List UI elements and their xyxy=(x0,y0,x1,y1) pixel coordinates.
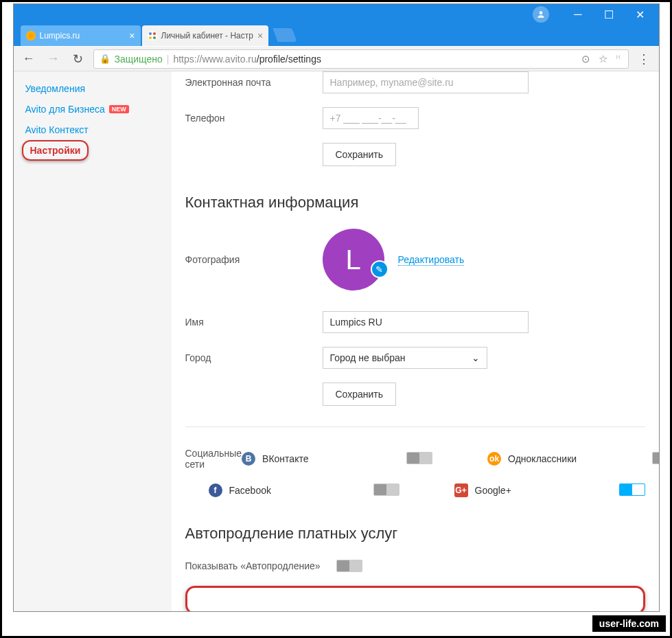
city-select[interactable]: Город не выбран ⌄ xyxy=(323,347,487,369)
reload-button[interactable]: ↻ xyxy=(69,49,88,69)
fb-toggle[interactable] xyxy=(373,483,399,496)
window-title-bar: ─ ☐ ✕ xyxy=(14,4,659,25)
highlighted-area xyxy=(185,586,645,611)
edit-avatar-link[interactable]: Редактировать xyxy=(398,254,465,266)
bookmark-icon[interactable]: ☆ xyxy=(596,53,610,65)
main-content: Электронная почта Телефон +7 ___ ___-__-… xyxy=(172,71,659,611)
watermark: user-life.com xyxy=(591,614,667,633)
svg-point-3 xyxy=(149,36,152,39)
email-input[interactable] xyxy=(323,71,529,93)
tab-title: Личный кабинет - Настр xyxy=(161,31,253,41)
avatar: L ✎ xyxy=(323,229,384,290)
name-input[interactable] xyxy=(323,311,529,333)
gp-toggle[interactable] xyxy=(619,483,645,496)
auto-section-title: Автопродление платных услуг xyxy=(185,525,645,543)
save-button-2[interactable]: Сохранить xyxy=(323,383,397,406)
tab-title: Lumpics.ru xyxy=(40,31,80,41)
browser-menu-icon[interactable]: ⋮ xyxy=(634,52,653,67)
close-button[interactable]: ✕ xyxy=(625,4,656,25)
maximize-button[interactable]: ☐ xyxy=(594,4,625,25)
browser-tab-2[interactable]: Личный кабинет - Настр × xyxy=(142,25,269,46)
ok-icon: ok xyxy=(487,452,501,466)
sidebar-item-business[interactable]: Avito для Бизнеса NEW xyxy=(22,99,163,119)
user-account-icon[interactable] xyxy=(533,6,549,23)
avatar-edit-icon[interactable]: ✎ xyxy=(371,260,389,278)
sidebar-item-context[interactable]: Avito Контекст xyxy=(22,119,163,140)
url-text: https://www.avito.ru/profile/settings xyxy=(173,54,321,65)
auto-toggle[interactable] xyxy=(336,560,362,572)
social-fb-label: Facebook xyxy=(229,485,271,496)
new-tab-button[interactable] xyxy=(273,28,297,42)
divider xyxy=(185,426,645,427)
social-ok-label: Одноклассники xyxy=(508,453,577,464)
vk-icon: B xyxy=(242,452,255,466)
sidebar-item-settings[interactable]: Настройки xyxy=(22,140,89,161)
address-bar: ← → ↻ 🔒 Защищено | https://www.avito.ru/… xyxy=(14,47,659,71)
sidebar: Уведомления Avito для Бизнеса NEW Avito … xyxy=(14,71,172,611)
tab-favicon xyxy=(26,31,36,41)
secure-label: Защищено xyxy=(115,54,163,65)
new-badge: NEW xyxy=(109,105,129,113)
photo-label: Фотография xyxy=(185,254,323,265)
tab-close-icon[interactable]: × xyxy=(129,30,135,41)
translate-icon: ᴴ xyxy=(614,53,623,65)
phone-input[interactable]: +7 ___ ___-__-__ xyxy=(323,107,419,129)
googleplus-icon: G+ xyxy=(454,483,468,497)
sidebar-item-notifications[interactable]: Уведомления xyxy=(22,78,163,99)
tab-favicon xyxy=(148,31,157,41)
svg-point-4 xyxy=(153,36,156,39)
minimize-button[interactable]: ─ xyxy=(563,4,594,25)
social-label: Социальные сети xyxy=(185,448,242,470)
social-gp-label: Google+ xyxy=(475,485,511,496)
svg-point-1 xyxy=(149,32,152,35)
vk-toggle[interactable] xyxy=(406,452,432,464)
svg-point-0 xyxy=(539,11,542,14)
phone-label: Телефон xyxy=(185,113,323,124)
browser-tab-bar: Lumpics.ru × Личный кабинет - Настр × xyxy=(14,24,659,46)
browser-tab-1[interactable]: Lumpics.ru × xyxy=(21,25,141,46)
chevron-down-icon: ⌄ xyxy=(472,352,480,363)
email-label: Электронная почта xyxy=(185,77,323,88)
auto-show-label: Показывать «Автопродление» xyxy=(185,560,336,571)
ok-toggle[interactable] xyxy=(652,452,658,464)
name-label: Имя xyxy=(185,317,323,328)
tab-close-icon[interactable]: × xyxy=(257,30,263,41)
contact-section-title: Контактная информация xyxy=(185,194,645,212)
city-label: Город xyxy=(185,352,323,363)
url-input[interactable]: 🔒 Защищено | https://www.avito.ru/profil… xyxy=(93,49,629,69)
forward-button[interactable]: → xyxy=(44,49,63,69)
svg-point-2 xyxy=(153,32,156,35)
social-vk-label: ВКонтакте xyxy=(262,453,308,464)
lock-icon: 🔒 xyxy=(100,54,111,64)
save-button[interactable]: Сохранить xyxy=(323,143,397,166)
back-button[interactable]: ← xyxy=(19,49,38,69)
facebook-icon: f xyxy=(209,483,222,497)
search-icon[interactable]: ⊙ xyxy=(579,53,592,65)
